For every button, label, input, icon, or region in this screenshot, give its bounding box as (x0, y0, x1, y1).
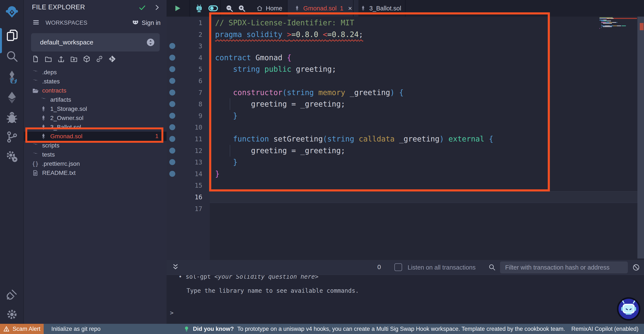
minimap[interactable] (600, 16, 637, 59)
tab-label: Home (266, 5, 282, 12)
tree-item--deps[interactable]: .deps (24, 68, 166, 77)
line-number: 5 (186, 63, 202, 75)
tree-item-scripts[interactable]: scripts (24, 141, 166, 150)
ai-robot-icon[interactable] (195, 4, 204, 13)
breakpoint-dot[interactable] (169, 159, 175, 165)
workspaces-menu-icon[interactable] (32, 19, 40, 26)
terminal-collapse-icon[interactable] (171, 263, 180, 272)
terminal-line: Type the library name to see available c… (186, 287, 359, 294)
breakpoint-dot[interactable] (169, 136, 175, 142)
line-number: 12 (186, 145, 202, 157)
chevron-right-icon[interactable] (153, 4, 160, 11)
tab-gmonad[interactable]: Gmonad.sol 1 × (288, 0, 358, 16)
folder-icon (32, 78, 39, 85)
listen-label[interactable]: Listen on all transactions (408, 264, 476, 271)
dyk-label: Did you know? (193, 326, 234, 332)
new-file-icon[interactable] (32, 55, 40, 63)
code-editor[interactable]: 1234567891011121314151617 // SPDX-Licens… (166, 16, 644, 260)
breakpoint-dot[interactable] (169, 101, 175, 107)
tree-item-tests[interactable]: tests (24, 150, 166, 159)
breakpoint-dot[interactable] (169, 66, 175, 72)
scam-alert-button[interactable]: Scam Alert (0, 324, 44, 334)
code-line-8: greeting = _greeting; (215, 98, 345, 110)
copilot-toggle-icon[interactable] (208, 3, 218, 13)
plugin-manager-icon[interactable] (5, 288, 19, 301)
breakpoint-dot[interactable] (169, 55, 175, 61)
workspace-select[interactable]: default_workspace (31, 33, 160, 51)
tree-item-2-owner-sol[interactable]: 2_Owner.sol (24, 113, 166, 123)
tree-item-contracts[interactable]: contracts (24, 86, 166, 95)
check-icon[interactable] (138, 4, 146, 11)
minimap-line (600, 28, 600, 29)
line-number: 10 (186, 121, 202, 133)
scam-alert-label: Scam Alert (12, 326, 40, 332)
upload-file-icon[interactable] (57, 55, 65, 63)
tree-item-readme-txt[interactable]: README.txt (24, 168, 166, 177)
folder-icon (32, 69, 39, 76)
tree-item-3-ballot-sol[interactable]: 3_Ballot.sol (24, 123, 166, 132)
solidity-file-icon (294, 5, 300, 11)
tree-item-gmonad-sol[interactable]: Gmonad.sol1 (24, 132, 166, 141)
solidity-compiler-icon[interactable] (5, 70, 19, 83)
tab-home[interactable]: Home (250, 0, 288, 16)
line-number: 9 (186, 110, 202, 122)
git-icon[interactable] (5, 130, 19, 144)
tree-item-label: .prettierrc.json (42, 160, 80, 167)
zoom-out-icon[interactable] (225, 4, 234, 12)
line-number: 16 (186, 191, 202, 203)
debugger-icon[interactable] (5, 111, 19, 125)
git-init-button[interactable]: Initialize as git repo (51, 326, 100, 332)
error-count-badge: 1 (155, 133, 158, 140)
tree-item-label: artifacts (50, 96, 71, 103)
file-explorer-icon[interactable] (5, 28, 19, 42)
deploy-run-icon[interactable] (5, 91, 19, 104)
clear-terminal-icon[interactable] (632, 263, 640, 272)
current-line-highlight (210, 191, 644, 203)
folder-icon (32, 151, 39, 158)
listen-checkbox[interactable] (394, 263, 402, 271)
terminal-prompt[interactable]: > (170, 309, 174, 316)
tree-item-label: README.txt (42, 170, 76, 176)
transaction-filter-input[interactable] (500, 262, 628, 273)
git-import-icon[interactable] (108, 55, 116, 63)
tab-close-icon[interactable]: × (348, 4, 352, 12)
new-folder-icon[interactable] (44, 55, 52, 63)
breakpoint-dot[interactable] (169, 148, 175, 154)
breakpoint-dot[interactable] (169, 171, 175, 177)
tab-error-badge: 1 (340, 5, 343, 12)
link-icon[interactable] (96, 55, 104, 63)
copilot-status[interactable]: RemixAI Copilot (enabled) (572, 326, 638, 332)
run-script-icon[interactable] (173, 4, 182, 12)
terminal-bar: 0 Listen on all transactions (166, 260, 644, 275)
tree-item--prettierrc-json[interactable]: {}.prettierrc.json (24, 159, 166, 168)
ai-assistant-button[interactable] (617, 297, 640, 321)
ipfs-cube-icon[interactable] (83, 55, 91, 63)
sign-in-button[interactable]: Sign in (132, 19, 160, 27)
tree-item-label: 1_Storage.sol (50, 105, 87, 112)
code-line-11: function setGreeting(string calldata _gr… (215, 133, 494, 145)
breakpoint-dot[interactable] (169, 43, 175, 49)
plugin-settings-icon[interactable] (5, 150, 19, 163)
tree-item--states[interactable]: .states (24, 77, 166, 86)
tree-item-label: 3_Ballot.sol (50, 124, 81, 131)
home-icon (256, 5, 263, 11)
editor-scrollbar[interactable] (638, 16, 644, 259)
line-number: 6 (186, 75, 202, 87)
search-icon[interactable] (5, 49, 19, 63)
breakpoint-dot[interactable] (169, 113, 175, 119)
tree-item-label: Gmonad.sol (50, 133, 82, 140)
breakpoint-dot[interactable] (169, 124, 175, 130)
zoom-in-icon[interactable] (238, 4, 246, 12)
code-line-12: greeting = _greeting; (215, 145, 345, 157)
upload-folder-icon[interactable] (70, 55, 78, 63)
breakpoint-dot[interactable] (169, 78, 175, 84)
tab-ballot[interactable]: 3_Ballot.sol (354, 0, 408, 16)
tree-item-1-storage-sol[interactable]: 1_Storage.sol (24, 104, 166, 113)
editor-gutter[interactable]: 1234567891011121314151617 (166, 16, 210, 260)
code-line-4: contract Gmonad { (215, 52, 291, 64)
breakpoint-dot[interactable] (169, 90, 175, 95)
tree-item-artifacts[interactable]: artifacts (24, 95, 166, 104)
tree-item-label: tests (42, 151, 55, 158)
settings-gear-icon[interactable] (6, 309, 18, 320)
minimap-line (600, 20, 607, 20)
